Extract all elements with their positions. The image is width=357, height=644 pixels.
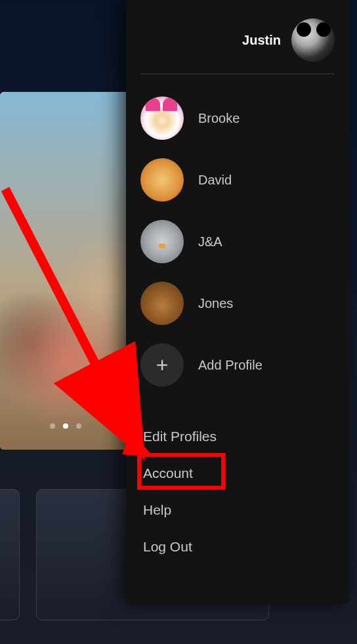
carousel-dot[interactable] xyxy=(50,423,55,429)
profile-dropdown: Justin Brooke David J&A Jones + Add Prof… xyxy=(126,0,349,604)
hero-content-card[interactable] xyxy=(0,92,131,450)
current-profile-name: Justin xyxy=(242,33,281,48)
menu-help[interactable]: Help xyxy=(140,492,335,528)
profile-item-david[interactable]: David xyxy=(140,149,335,211)
profile-label: J&A xyxy=(198,234,222,249)
brand-tile-edge[interactable] xyxy=(0,489,20,620)
add-profile-button[interactable]: + Add Profile xyxy=(140,334,335,396)
profile-label: Jones xyxy=(198,296,233,311)
current-profile[interactable]: Justin xyxy=(140,18,335,74)
profile-item-jones[interactable]: Jones xyxy=(140,272,335,334)
profile-label: Brooke xyxy=(198,111,240,126)
carousel-dots xyxy=(50,423,81,429)
carousel-dot-active[interactable] xyxy=(63,423,68,429)
menu-edit-profiles[interactable]: Edit Profiles xyxy=(140,418,335,455)
profile-item-brooke[interactable]: Brooke xyxy=(140,87,335,149)
menu-links: Edit Profiles Account Help Log Out xyxy=(140,418,335,565)
profile-label: David xyxy=(198,173,232,188)
carousel-dot[interactable] xyxy=(76,423,81,429)
avatar-simba-icon xyxy=(140,158,184,202)
menu-log-out[interactable]: Log Out xyxy=(140,528,335,565)
avatar-minnie-icon xyxy=(140,97,184,140)
add-profile-label: Add Profile xyxy=(198,358,262,373)
menu-account[interactable]: Account xyxy=(140,455,335,492)
divider xyxy=(140,74,335,74)
avatar-penguin-icon xyxy=(140,220,184,263)
avatar-mickey-icon xyxy=(291,18,335,62)
plus-icon: + xyxy=(140,343,184,387)
profile-item-ja[interactable]: J&A xyxy=(140,211,335,272)
avatar-mater-icon xyxy=(140,282,184,325)
